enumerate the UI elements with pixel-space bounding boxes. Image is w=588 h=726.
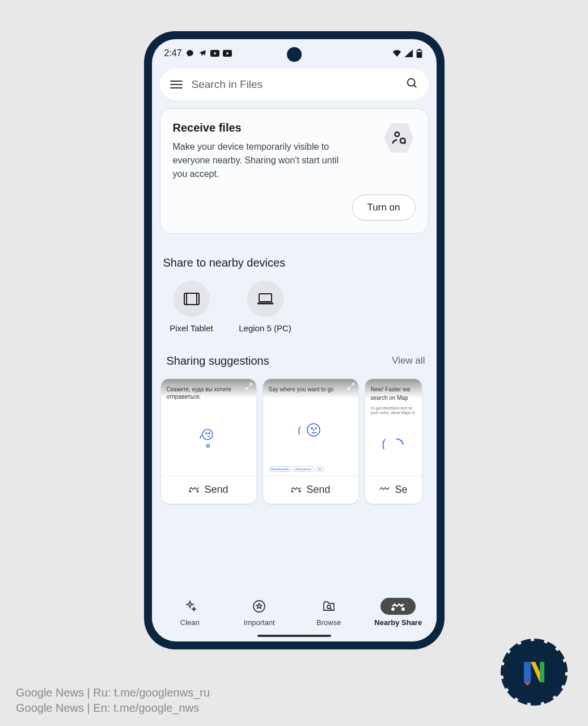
- nav-label: Browse: [316, 618, 341, 627]
- nav-browse[interactable]: Browse: [294, 598, 364, 627]
- svg-line-9: [404, 142, 405, 143]
- svg-point-8: [400, 138, 405, 143]
- suggestion-text: New! Faster wa: [371, 386, 416, 393]
- svg-point-25: [299, 491, 301, 492]
- bottom-nav: Clean Important Browse Nearby Share: [152, 590, 437, 631]
- svg-rect-13: [259, 294, 272, 302]
- star-circle-icon: [242, 598, 277, 615]
- face-doodle-icon: [371, 415, 416, 471]
- expand-icon: [347, 382, 355, 391]
- send-button[interactable]: Se: [365, 475, 422, 504]
- chat-icon: [185, 49, 194, 58]
- device-label: Pixel Tablet: [170, 323, 213, 334]
- search-bar[interactable]: Search in Files: [160, 69, 429, 100]
- svg-line-28: [330, 608, 332, 610]
- svg-point-5: [407, 79, 414, 86]
- youtube-icon-2: [223, 49, 232, 58]
- suggestions-row[interactable]: Скажите, куда вы хотите отправиться. Sen…: [160, 379, 429, 509]
- svg-point-17: [206, 444, 209, 447]
- suggestion-text: Скажите, куда вы хотите отправиться.: [167, 386, 251, 400]
- status-time: 2:47: [164, 48, 182, 58]
- phone-screen: 2:47: [152, 39, 437, 641]
- suggestion-preview: Скажите, куда вы хотите отправиться.: [161, 379, 256, 475]
- tablet-icon: [174, 281, 210, 317]
- devices-row: Pixel Tablet Legion 5 (PC): [160, 281, 429, 334]
- suggestion-card[interactable]: New! Faster wa search on Map To get dire…: [365, 379, 422, 504]
- suggestion-preview: New! Faster wa search on Map To get dire…: [365, 379, 422, 475]
- watermark-text: Google News | Ru: t.me/googlenws_ru Goog…: [16, 685, 210, 716]
- send-button[interactable]: Send: [161, 475, 256, 504]
- svg-rect-3: [418, 49, 420, 50]
- svg-point-30: [402, 608, 404, 610]
- svg-point-24: [292, 491, 294, 492]
- svg-rect-4: [417, 50, 421, 52]
- nav-label: Nearby Share: [374, 618, 422, 627]
- svg-point-7: [395, 132, 399, 137]
- status-left: 2:47: [164, 48, 232, 58]
- svg-point-18: [190, 491, 192, 492]
- device-legion-5[interactable]: Legion 5 (PC): [237, 281, 294, 334]
- suggestion-preview: Say where you want to go Restaurants Att…: [263, 379, 358, 475]
- svg-point-16: [209, 433, 210, 434]
- nav-label: Clean: [180, 618, 200, 627]
- suggestion-text: Say where you want to go: [269, 386, 353, 393]
- source-badge: [503, 641, 565, 703]
- nearby-share-icon: [380, 598, 416, 615]
- svg-point-15: [206, 433, 207, 434]
- search-icon[interactable]: [406, 77, 418, 92]
- suggestion-card[interactable]: Скажите, куда вы хотите отправиться. Sen…: [161, 379, 256, 504]
- send-button[interactable]: Send: [263, 475, 358, 504]
- sparkle-icon: [172, 598, 208, 615]
- svg-point-19: [197, 491, 199, 492]
- suggestion-chips: Restaurants Attractions Gr: [269, 466, 353, 472]
- suggestion-subtext2: To get directions and se your voice, all…: [371, 406, 416, 416]
- status-right: [392, 49, 424, 58]
- laptop-icon: [247, 281, 284, 317]
- view-all-link[interactable]: View all: [392, 355, 425, 366]
- nav-clean[interactable]: Clean: [155, 598, 225, 627]
- svg-point-21: [311, 428, 312, 429]
- svg-point-29: [392, 608, 394, 610]
- device-pixel-tablet[interactable]: Pixel Tablet: [163, 281, 220, 334]
- visibility-icon: [383, 121, 416, 154]
- folder-search-icon: [311, 598, 346, 615]
- device-label: Legion 5 (PC): [239, 323, 291, 334]
- svg-line-6: [413, 85, 416, 88]
- battery-icon: [415, 49, 424, 58]
- face-doodle-icon: [167, 405, 251, 472]
- receive-files-card: Receive files Make your device temporari…: [160, 108, 429, 234]
- svg-point-22: [315, 428, 316, 429]
- svg-point-14: [202, 429, 213, 440]
- nav-nearby-share[interactable]: Nearby Share: [363, 598, 433, 627]
- telegram-icon: [198, 49, 207, 58]
- nav-important[interactable]: Important: [225, 598, 294, 627]
- turn-on-button[interactable]: Turn on: [352, 195, 416, 221]
- phone-frame: 2:47: [144, 31, 445, 649]
- suggestion-card[interactable]: Say where you want to go Restaurants Att…: [263, 379, 358, 504]
- suggestions-title: Sharing suggestions: [163, 354, 273, 368]
- nav-label: Important: [244, 618, 275, 627]
- youtube-icon: [210, 49, 219, 58]
- home-indicator[interactable]: [257, 635, 331, 637]
- camera-notch: [287, 47, 302, 62]
- content-area: Receive files Make your device temporari…: [152, 108, 437, 590]
- menu-icon[interactable]: [170, 81, 183, 88]
- n-logo-icon: [517, 655, 551, 689]
- search-placeholder: Search in Files: [192, 78, 406, 91]
- share-section-title: Share to nearby devices: [160, 256, 429, 269]
- suggestion-subtext: search on Map: [371, 394, 416, 402]
- signal-icon: [404, 49, 413, 58]
- receive-description: Make your device temporarily visible to …: [173, 140, 343, 181]
- wifi-icon: [392, 49, 401, 58]
- face-doodle-icon: [269, 398, 353, 466]
- receive-title: Receive files: [173, 121, 343, 134]
- expand-icon: [245, 382, 253, 391]
